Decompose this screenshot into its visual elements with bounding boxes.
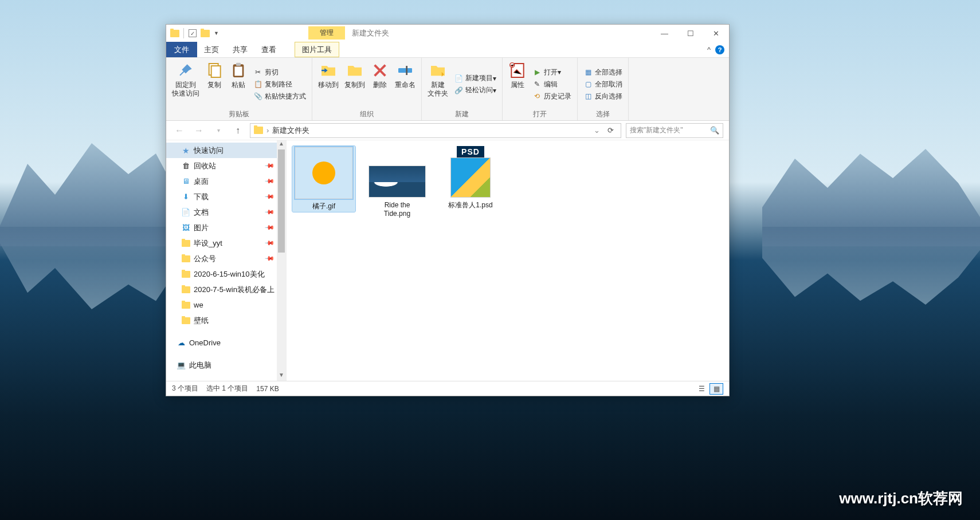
- search-input[interactable]: 搜索"新建文件夹" 🔍: [626, 123, 723, 138]
- sidebar-item-folder[interactable]: 2020-7-5-win装机必备上: [166, 282, 286, 297]
- tab-share[interactable]: 共享: [226, 42, 254, 57]
- ribbon-group-label: 剪贴板: [170, 108, 308, 120]
- sidebar-item-downloads[interactable]: ⬇下载📌: [166, 189, 286, 204]
- new-item-button[interactable]: 📄新建项目 ▾: [452, 73, 499, 84]
- sidebar-item-folder[interactable]: 壁纸: [166, 313, 286, 328]
- navigation-pane: ★快速访问 🗑回收站📌 🖥桌面📌 ⬇下载📌 📄文档📌 🖼图片📌 毕设_yyt📌 …: [166, 140, 287, 381]
- ribbon-group-label: 打开: [506, 108, 574, 120]
- svg-rect-4: [236, 63, 241, 66]
- paste-shortcut-button[interactable]: 📎粘贴快捷方式: [251, 91, 308, 102]
- sidebar-item-folder[interactable]: 2020-6-15-win10美化: [166, 266, 286, 282]
- explorer-window: ✓ ▼ 管理 新建文件夹 — ☐ ✕ 文件 主页 共享 查看 图片工具 ^ ?: [166, 24, 730, 396]
- select-all-button[interactable]: ▦全部选择: [581, 67, 625, 78]
- paste-shortcut-icon: 📎: [253, 92, 262, 101]
- rename-icon: [396, 61, 414, 80]
- file-thumbnail: PSD: [442, 146, 499, 198]
- pin-icon: 📌: [264, 222, 275, 233]
- delete-button[interactable]: 删除: [369, 60, 391, 108]
- easy-access-button[interactable]: 🔗轻松访问 ▾: [452, 85, 499, 96]
- onedrive-icon: ☁: [177, 338, 186, 348]
- scroll-down-icon[interactable]: ▼: [277, 372, 286, 381]
- sidebar-item-documents[interactable]: 📄文档📌: [166, 204, 286, 220]
- up-button[interactable]: ↑: [230, 123, 245, 138]
- address-bar[interactable]: › 新建文件夹 ⌄ ⟳: [250, 123, 621, 138]
- tab-home[interactable]: 主页: [197, 42, 226, 57]
- file-name: 橘子.gif: [312, 202, 335, 211]
- tab-picture-tools[interactable]: 图片工具: [295, 42, 339, 57]
- recycle-icon: 🗑: [181, 161, 190, 171]
- view-thumbnails-button[interactable]: ▦: [709, 383, 723, 395]
- file-item[interactable]: PSD 标准兽人1.psd: [439, 146, 502, 210]
- file-item[interactable]: Ride the Tide.png: [366, 146, 429, 218]
- maximize-button[interactable]: ☐: [677, 25, 703, 42]
- sidebar-item-onedrive[interactable]: ☁OneDrive: [166, 335, 286, 350]
- minimize-button[interactable]: —: [652, 25, 677, 42]
- select-none-button[interactable]: ▢全部取消: [581, 79, 625, 90]
- tab-file[interactable]: 文件: [166, 42, 197, 57]
- sidebar-item-pictures[interactable]: 🖼图片📌: [166, 220, 286, 235]
- edit-button[interactable]: ✎编辑: [530, 79, 574, 90]
- sidebar-item-folder[interactable]: we: [166, 297, 286, 313]
- sys-folder-icon[interactable]: [170, 28, 180, 38]
- sidebar-item-desktop[interactable]: 🖥桌面📌: [166, 174, 286, 189]
- file-list[interactable]: 橘子.gif Ride the Tide.png PSD 标准兽人1.psd: [287, 140, 729, 381]
- folder-icon: [181, 285, 190, 294]
- qat-newfolder-icon[interactable]: [200, 28, 210, 38]
- refresh-icon[interactable]: ⟳: [603, 126, 617, 135]
- move-to-button[interactable]: 移动到: [316, 60, 341, 108]
- qat-properties-icon[interactable]: ✓: [187, 28, 198, 38]
- status-size: 157 KB: [256, 385, 279, 393]
- open-button[interactable]: ▶打开 ▾: [530, 67, 574, 78]
- ribbon-group-label: 选择: [581, 108, 625, 120]
- sidebar-item-recycle[interactable]: 🗑回收站📌: [166, 158, 286, 174]
- file-item[interactable]: 橘子.gif: [292, 146, 355, 212]
- back-button[interactable]: ←: [172, 123, 187, 138]
- easy-access-icon: 🔗: [454, 86, 463, 95]
- address-dropdown-icon[interactable]: ⌄: [594, 126, 600, 135]
- sidebar-item-thispc[interactable]: 💻此电脑: [166, 357, 286, 373]
- tab-view[interactable]: 查看: [254, 42, 283, 57]
- help-icon[interactable]: ?: [715, 45, 724, 54]
- recent-dropdown-icon[interactable]: ▾: [211, 123, 226, 138]
- copy-button[interactable]: 复制: [203, 60, 226, 108]
- search-icon: 🔍: [710, 126, 719, 135]
- menubar: 文件 主页 共享 查看 图片工具 ^ ?: [166, 42, 729, 58]
- invert-selection-button[interactable]: ◫反向选择: [581, 91, 625, 102]
- window-title: 新建文件夹: [345, 28, 652, 38]
- folder-icon: [181, 316, 190, 325]
- paste-icon: [229, 61, 248, 80]
- scroll-up-icon[interactable]: ▲: [277, 140, 286, 149]
- qat-dropdown-icon[interactable]: ▼: [214, 30, 219, 36]
- new-folder-button[interactable]: 新建 文件夹: [425, 60, 450, 108]
- pin-icon: 📌: [264, 191, 275, 202]
- close-button[interactable]: ✕: [703, 25, 729, 42]
- copy-path-icon: 📋: [253, 80, 262, 89]
- pc-icon: 💻: [177, 361, 186, 370]
- pin-icon: 📌: [264, 238, 275, 249]
- nav-scrollbar[interactable]: ▲ ▼: [277, 140, 286, 381]
- forward-button[interactable]: →: [191, 123, 206, 138]
- sidebar-item-folder[interactable]: 公众号📌: [166, 251, 286, 266]
- cut-button[interactable]: ✂剪切: [251, 67, 308, 78]
- scissors-icon: ✂: [253, 68, 262, 77]
- rename-button[interactable]: 重命名: [393, 60, 418, 108]
- scroll-thumb[interactable]: [278, 149, 285, 253]
- ribbon-group-label: 组织: [316, 108, 418, 120]
- history-button[interactable]: ⟲历史记录: [530, 91, 574, 102]
- copy-to-button[interactable]: 复制到: [342, 60, 367, 108]
- chevron-right-icon[interactable]: ›: [266, 126, 269, 135]
- properties-button[interactable]: 属性: [506, 60, 529, 108]
- collapse-ribbon-icon[interactable]: ^: [707, 45, 711, 54]
- pin-icon: 📌: [264, 207, 275, 218]
- pin-quick-access-button[interactable]: 固定到 快速访问: [170, 60, 202, 108]
- breadcrumb[interactable]: 新建文件夹: [272, 125, 309, 136]
- paste-button[interactable]: 粘贴: [227, 60, 250, 108]
- move-to-icon: [319, 61, 338, 80]
- delete-icon: [371, 61, 389, 80]
- sidebar-item-quick-access[interactable]: ★快速访问: [166, 143, 286, 158]
- view-details-button[interactable]: ☰: [695, 383, 708, 395]
- file-thumbnail: [369, 166, 426, 198]
- sidebar-item-folder[interactable]: 毕设_yyt📌: [166, 235, 286, 251]
- downloads-icon: ⬇: [181, 192, 190, 202]
- copy-path-button[interactable]: 📋复制路径: [251, 79, 308, 90]
